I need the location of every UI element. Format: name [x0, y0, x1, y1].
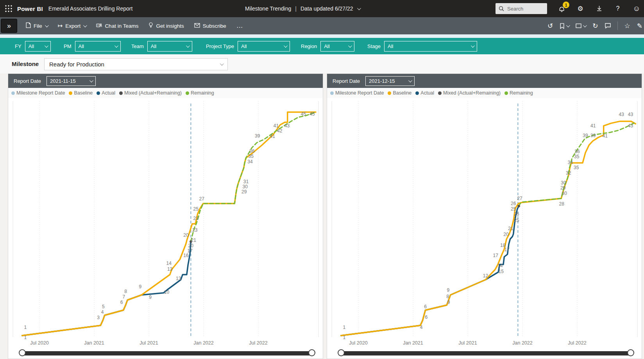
report-date-value: 2021-12-15 [369, 78, 395, 84]
legend-item-milestone-report-date[interactable]: Milestone Report Date [11, 90, 65, 96]
app-launcher-icon[interactable] [0, 0, 17, 17]
chevron-down-icon [471, 44, 475, 48]
filter-label: FY [15, 43, 21, 49]
undo-icon: ↺ [547, 22, 553, 30]
legend-item-remaining[interactable]: Remaining [186, 90, 214, 96]
panel-header: Report Date 2021-12-15 [327, 74, 642, 88]
filter-dropdown[interactable]: All [147, 41, 192, 52]
legend-item-actual[interactable]: Actual [97, 90, 115, 96]
legend-item-actual[interactable]: Actual [415, 90, 434, 96]
series-line-remaining [191, 112, 316, 242]
help-button[interactable]: ? [614, 4, 622, 13]
data-label: 25 [511, 206, 516, 212]
toolbar-menu-item-file[interactable]: File [26, 22, 48, 29]
x-axis: Jul 2020Jan 2021Jul 2021Jan 2022Jul 2022 [327, 340, 642, 348]
legend-item-mixed-actual-remaining-[interactable]: Mixed (Actual+Remaining) [438, 90, 501, 96]
data-label: 6 [424, 304, 427, 309]
data-label: 30 [243, 184, 248, 189]
filter-group-pm: PM All [64, 38, 121, 54]
report-title: Emerald Associates Drilling Report [48, 5, 133, 12]
refresh-button[interactable]: ↻ [592, 22, 598, 30]
zoom-slider-track[interactable] [341, 351, 631, 355]
data-label: 17 [493, 253, 499, 258]
chevron-down-icon[interactable] [357, 6, 361, 10]
edit-button[interactable]: ✎ [637, 22, 642, 30]
data-label: 42 [277, 128, 283, 134]
chevron-down-icon [114, 44, 118, 48]
settings-button[interactable]: ⚙ [576, 4, 585, 13]
filter-value: All [79, 43, 84, 49]
expand-pane-button[interactable]: » [1, 19, 17, 33]
comments-button[interactable] [605, 23, 611, 29]
legend-item-mixed-actual-remaining-[interactable]: Mixed (Actual+Remaining) [119, 90, 182, 96]
report-date-dropdown[interactable]: 2021-11-15 [47, 76, 96, 86]
download-icon [596, 5, 602, 12]
favorite-button[interactable]: ☆ [624, 22, 630, 30]
data-label: 27 [517, 196, 522, 201]
data-updated-label[interactable]: Data updated 6/27/22 [301, 5, 353, 12]
data-label: 35 [249, 154, 254, 159]
filter-dropdown[interactable]: All [238, 41, 290, 52]
chart-panel-1: Report Date 2021-11-15 Milestone Report … [8, 73, 323, 359]
filter-dropdown[interactable]: All [25, 41, 51, 52]
data-label: 1 [343, 335, 345, 340]
chevron-down-icon [284, 44, 288, 48]
filter-value: All [388, 43, 393, 49]
mixed-point-marker [517, 205, 520, 207]
zoom-slider-track[interactable] [22, 351, 312, 355]
data-label: 13 [167, 266, 173, 272]
gear-icon: ⚙ [577, 5, 583, 13]
zoom-slider-handle-left[interactable] [338, 349, 345, 356]
legend-dot-icon [330, 91, 334, 95]
data-label: 9 [149, 295, 152, 300]
data-label: 43 [284, 123, 290, 129]
filter-label: Project Type [206, 43, 234, 49]
toolbar-menu: File ↦ Export T Chat in Teams Get insigh… [26, 22, 243, 30]
data-label: 35 [574, 154, 580, 159]
filter-label: PM [64, 43, 72, 49]
data-label: 34 [247, 159, 253, 164]
feedback-button[interactable]: ☺ [632, 4, 641, 13]
milestone-dropdown[interactable]: Ready for Production [44, 58, 228, 70]
data-label: 26 [511, 201, 516, 206]
legend-item-baseline[interactable]: Baseline [388, 90, 411, 96]
legend-dot-icon [11, 91, 15, 95]
filter-dropdown[interactable]: All [384, 41, 477, 52]
toolbar-menu-item-teams[interactable]: T Chat in Teams [96, 23, 138, 29]
zoom-slider-handle-left[interactable] [19, 349, 26, 356]
toolbar-more-button[interactable]: … [236, 22, 243, 30]
download-button[interactable] [595, 4, 603, 13]
data-label: 43 [619, 112, 624, 117]
data-label: 45 [301, 111, 306, 117]
filter-value: All [151, 43, 156, 49]
legend-item-milestone-report-date[interactable]: Milestone Report Date [330, 90, 384, 96]
x-tick-label: Jan 2022 [188, 340, 219, 346]
toolbar-menu-item-export[interactable]: ↦ Export [58, 22, 86, 29]
data-label: 14 [166, 261, 172, 266]
filter-dropdown[interactable]: All [320, 41, 354, 52]
series-line-baseline [341, 121, 636, 336]
star-icon: ☆ [624, 22, 630, 30]
data-label: 1 [343, 325, 345, 330]
reset-button[interactable]: ↺ [547, 22, 553, 30]
report-date-dropdown[interactable]: 2021-12-15 [365, 76, 415, 86]
filter-value: All [241, 43, 247, 49]
legend-dot-icon [438, 91, 442, 95]
bookmarks-button[interactable] [560, 23, 569, 29]
toolbar-menu-item-insights[interactable]: Get insights [148, 22, 184, 29]
data-label: 35 [574, 165, 579, 170]
filter-dropdown[interactable]: All [75, 41, 121, 52]
report-date-label: Report Date [14, 78, 41, 84]
search-input[interactable]: Search [496, 3, 547, 14]
legend-item-baseline[interactable]: Baseline [69, 90, 93, 96]
view-button[interactable] [576, 23, 586, 28]
zoom-slider-handle-right[interactable] [627, 349, 634, 356]
data-label: 32 [566, 170, 571, 176]
milestone-value: Ready for Production [49, 61, 104, 68]
toolbar-menu-item-subscribe[interactable]: Subscribe [194, 23, 226, 29]
zoom-slider [327, 348, 642, 359]
notifications-button[interactable]: 1 [557, 4, 566, 13]
help-icon: ? [616, 5, 620, 12]
legend-item-remaining[interactable]: Remaining [504, 90, 533, 96]
zoom-slider-handle-right[interactable] [308, 349, 315, 356]
